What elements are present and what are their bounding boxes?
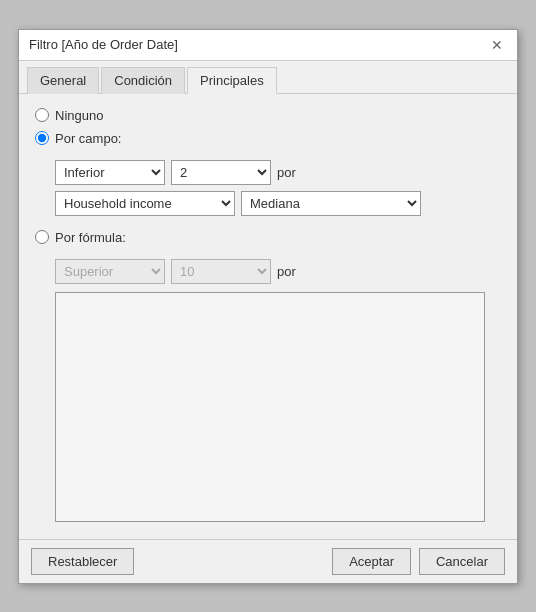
tab-condicion[interactable]: Condición xyxy=(101,67,185,94)
title-bar: Filtro [Año de Order Date] ✕ xyxy=(19,30,517,61)
inferior-superior-select[interactable]: Inferior Superior xyxy=(55,160,165,185)
dialog-title: Filtro [Año de Order Date] xyxy=(29,37,178,52)
cancelar-button[interactable]: Cancelar xyxy=(419,548,505,575)
por-label-1: por xyxy=(277,165,296,180)
tab-content: Ninguno Por campo: Inferior Superior 1 2… xyxy=(19,94,517,539)
superior-inferior-select[interactable]: Superior Inferior xyxy=(55,259,165,284)
por-formula-row: Por fórmula: xyxy=(35,230,501,245)
number-select[interactable]: 1 2 3 4 5 10 xyxy=(171,160,271,185)
number2-select[interactable]: 5 10 15 20 xyxy=(171,259,271,284)
ninguno-radio[interactable] xyxy=(35,108,49,122)
formula-textarea[interactable] xyxy=(55,292,485,522)
por-formula-radio[interactable] xyxy=(35,230,49,244)
restablecer-button[interactable]: Restablecer xyxy=(31,548,134,575)
aggregation-select[interactable]: Mediana Media Suma xyxy=(241,191,421,216)
por-campo-label[interactable]: Por campo: xyxy=(55,131,121,146)
por-campo-radio[interactable] xyxy=(35,131,49,145)
por-campo-section: Inferior Superior 1 2 3 4 5 10 por xyxy=(55,160,501,222)
footer-right: Aceptar Cancelar xyxy=(332,548,505,575)
por-formula-label[interactable]: Por fórmula: xyxy=(55,230,126,245)
formula-row1: Superior Inferior 5 10 15 20 por xyxy=(55,259,501,284)
por-label-2: por xyxy=(277,264,296,279)
close-button[interactable]: ✕ xyxy=(487,36,507,54)
campo-row1: Inferior Superior 1 2 3 4 5 10 por xyxy=(55,160,501,185)
field-select[interactable]: Household income xyxy=(55,191,235,216)
por-formula-section: Superior Inferior 5 10 15 20 por xyxy=(55,259,501,525)
por-campo-row: Por campo: xyxy=(35,131,501,146)
filter-dialog: Filtro [Año de Order Date] ✕ General Con… xyxy=(18,29,518,584)
tab-principales[interactable]: Principales xyxy=(187,67,277,94)
tab-bar: General Condición Principales xyxy=(19,61,517,94)
ninguno-label[interactable]: Ninguno xyxy=(55,108,103,123)
tab-general[interactable]: General xyxy=(27,67,99,94)
campo-row2: Household income Mediana Media Suma xyxy=(55,191,501,216)
ninguno-row: Ninguno xyxy=(35,108,501,123)
dialog-footer: Restablecer Aceptar Cancelar xyxy=(19,539,517,583)
aceptar-button[interactable]: Aceptar xyxy=(332,548,411,575)
radio-group: Ninguno Por campo: Inferior Superior 1 2… xyxy=(35,108,501,525)
